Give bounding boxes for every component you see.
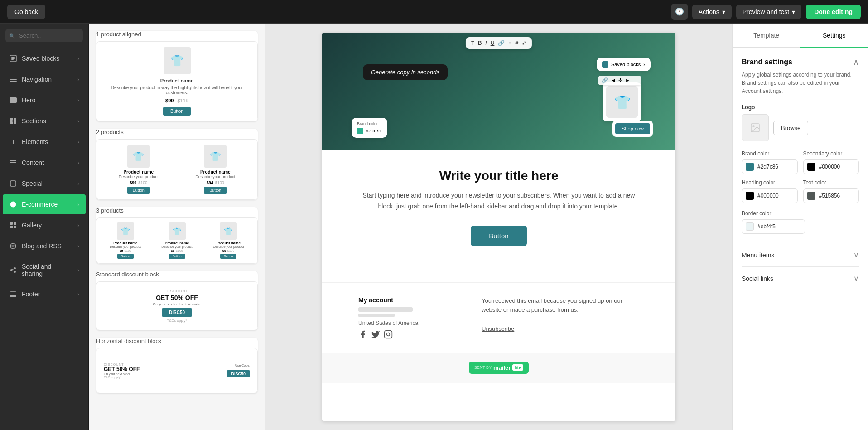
text-color-input[interactable]: #515856 — [803, 188, 859, 203]
block-preview-2-products: 👕 Product name Describe your product $99… — [96, 139, 258, 200]
border-color-input[interactable]: #ebf4f5 — [742, 219, 805, 234]
toolbar-expand-icon: ⤢ — [522, 40, 526, 46]
menu-items-header[interactable]: Menu items ∨ — [742, 251, 859, 259]
brand-color-input[interactable]: #2d7c86 — [742, 159, 798, 174]
sidebar-item-navigation[interactable]: Navigation › — [3, 69, 86, 89]
color-grid: Brand color #2d7c86 Secondary color #000… — [742, 150, 859, 203]
sidebar-item-social[interactable]: Social and sharing › — [3, 257, 86, 283]
sidebar-label-ecommerce: E-commerce — [22, 201, 73, 208]
copy-card: Generate copy in seconds — [363, 64, 448, 80]
browse-button[interactable]: Browse — [773, 121, 808, 135]
sidebar-item-content[interactable]: Content › — [3, 153, 86, 173]
secondary-color-field-label: Secondary color — [803, 150, 859, 157]
svg-point-24 — [10, 269, 12, 271]
footer-city: United States of America — [358, 320, 463, 326]
navigation-icon — [9, 75, 17, 83]
preview-label: Preview and test — [743, 8, 790, 15]
block-card-1-product[interactable]: 1 product aligned 👕 Product name Describ… — [96, 31, 258, 121]
heading-color-input[interactable]: #000000 — [742, 188, 798, 203]
svg-rect-19 — [14, 222, 16, 225]
sidebar-item-blog[interactable]: Blog and RSS › — [3, 236, 86, 256]
logo-label: Logo — [742, 104, 859, 111]
done-editing-button[interactable]: Done editing — [806, 5, 861, 19]
email-cta-button[interactable]: Button — [471, 226, 526, 246]
discount-desc: On your next order. Use code: — [153, 302, 201, 306]
secondary-color-input[interactable]: #000000 — [803, 159, 859, 174]
sent-by-label: SENT BY — [474, 365, 492, 370]
tw-icon[interactable] — [371, 330, 380, 339]
border-color-field-label: Border color — [742, 210, 859, 217]
chevron-special: › — [77, 181, 79, 186]
social-links-header[interactable]: Social links ∨ — [742, 274, 859, 283]
sidebar-label-saved-blocks: Saved blocks — [22, 55, 73, 62]
svg-rect-14 — [10, 164, 14, 164]
sidebar-label-special: Special — [22, 180, 73, 187]
saved-blocks-card-label: Saved blocks — [611, 62, 641, 67]
sidebar-item-saved-blocks[interactable]: Saved blocks › — [3, 48, 86, 68]
history-button[interactable]: 🕐 — [671, 4, 688, 20]
mailer-badge-area: SENT BY mailer lite — [322, 353, 675, 383]
btn-2a[interactable]: Button — [127, 187, 150, 194]
chevron-ecommerce: › — [77, 202, 79, 207]
shop-now-button[interactable]: Shop now — [615, 123, 650, 134]
tab-template[interactable]: Template — [733, 24, 800, 47]
go-back-button[interactable]: Go back — [7, 5, 45, 19]
footer-right: You received this email because you sign… — [482, 296, 639, 339]
social-icon — [9, 266, 17, 274]
chevron-hero: › — [77, 97, 79, 103]
svg-rect-4 — [10, 77, 17, 77]
product-btn-1[interactable]: Button — [163, 107, 191, 116]
block-card-2-products[interactable]: 2 products 👕 Product name Describe your … — [96, 129, 258, 200]
sidebar-item-ecommerce[interactable]: E-commerce › — [3, 194, 86, 214]
social-links-title: Social links — [742, 275, 773, 282]
block-card-3-products[interactable]: 3 products 👕 Product name Describe your … — [96, 207, 258, 264]
sidebar-label-hero: Hero — [22, 97, 73, 104]
sidebar-item-gallery[interactable]: Gallery › — [3, 215, 86, 235]
gallery-icon — [9, 221, 17, 229]
heading-color-hex: #000000 — [757, 193, 779, 199]
search-input[interactable] — [5, 29, 83, 42]
unsubscribe-link[interactable]: Unsubscribe — [482, 325, 514, 332]
saved-blocks-card-arrow: › — [643, 62, 645, 67]
toolbar-i-icon: I — [485, 40, 487, 46]
btn-2b[interactable]: Button — [204, 187, 227, 194]
product-2b: 👕 Product name Describe your product $94… — [179, 145, 252, 194]
logo-placeholder — [742, 114, 769, 141]
product-name-2b: Product name — [200, 169, 231, 174]
fb-icon[interactable] — [358, 330, 367, 339]
preview-button[interactable]: Preview and test ▾ — [736, 5, 802, 19]
social-icons-real — [358, 330, 463, 339]
footer-address-bar — [358, 307, 413, 312]
brand-color-swatch — [357, 128, 363, 134]
svg-rect-3 — [11, 59, 14, 60]
sidebar-item-footer[interactable]: Footer › — [3, 284, 86, 304]
sidebar-item-sections[interactable]: Sections › — [3, 111, 86, 131]
discount-code: DISC50 — [162, 308, 192, 317]
text-color-swatch-input — [807, 192, 815, 200]
svg-rect-13 — [10, 162, 16, 163]
saved-blocks-card: Saved blocks › — [597, 58, 651, 71]
svg-rect-2 — [11, 58, 15, 59]
actions-button[interactable]: Actions ▾ — [692, 5, 732, 19]
product-desc-2a: Describe your product — [119, 174, 159, 179]
chevron-social: › — [77, 267, 79, 273]
svg-rect-18 — [10, 222, 13, 225]
email-canvas: T B I U 🔗 ≡ # ⤢ Generate copy in seconds… — [322, 33, 675, 421]
tab-settings[interactable]: Settings — [800, 24, 868, 48]
mailer-lite-badge: lite — [512, 364, 523, 371]
text-color-hex: #515856 — [819, 193, 840, 199]
ig-icon[interactable] — [384, 330, 393, 339]
sidebar-item-special[interactable]: Special › — [3, 174, 86, 193]
block-card-horizontal-discount[interactable]: Horizontal discount block DISCOUNT GET 5… — [96, 338, 258, 393]
block-card-standard-discount[interactable]: Standard discount block DISCOUNT GET 50%… — [96, 271, 258, 330]
menu-items-title: Menu items — [742, 251, 774, 259]
product-name-1: Product name — [160, 78, 193, 83]
brand-settings-collapse-icon[interactable]: ∧ — [853, 57, 859, 67]
brand-color-field: Brand color #2d7c86 — [742, 150, 798, 174]
sidebar-item-hero[interactable]: Hero › — [3, 90, 86, 110]
discount-value: GET 50% OFF — [156, 294, 198, 301]
sidebar-item-elements[interactable]: T Elements › — [3, 132, 86, 152]
svg-rect-1 — [11, 57, 15, 58]
toolbar-u-icon: U — [491, 40, 495, 46]
blocks-panel: 1 product aligned 👕 Product name Describ… — [89, 24, 265, 430]
